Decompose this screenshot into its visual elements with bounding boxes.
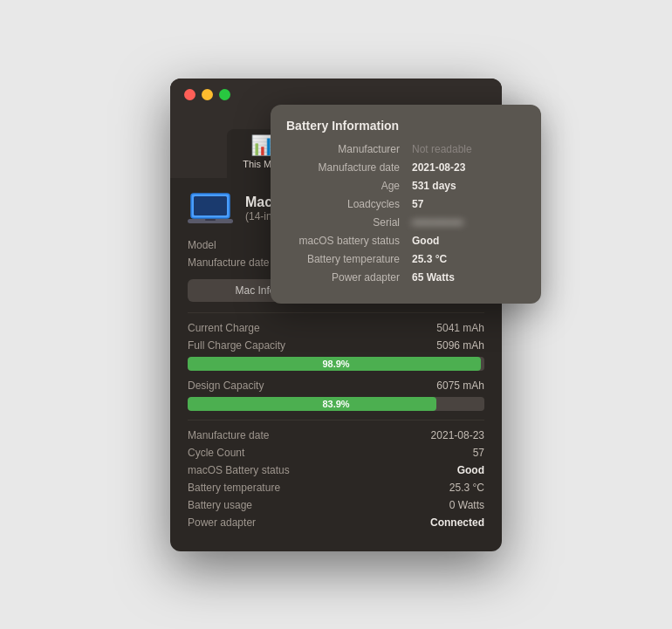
popup-age-value: 531 days [412, 180, 525, 192]
popup-serial-row: Serial •••••••••••••• [286, 216, 525, 229]
popup-mfr-date-value: 2021-08-23 [412, 161, 525, 174]
current-charge-value: 5041 mAh [436, 322, 484, 334]
battery-popup: Battery Information Manufacturer Not rea… [271, 105, 541, 304]
popup-macos-status-label: macOS battery status [286, 235, 412, 247]
close-button[interactable] [184, 89, 195, 100]
divider-2 [188, 420, 484, 420]
popup-manufacturer-label: Manufacturer [286, 143, 412, 155]
full-charge-label: Full Charge Capacity [188, 339, 285, 352]
popup-mfr-date-row: Manufacture date 2021-08-23 [286, 161, 525, 174]
laptop-icon [188, 192, 233, 225]
power-adapter-label: Power adapter [188, 516, 256, 529]
popup-mfr-date-label: Manufacture date [286, 161, 412, 174]
minimize-button[interactable] [202, 89, 213, 100]
popup-battery-temp-label: Battery temperature [286, 253, 412, 265]
popup-power-adapter-value: 65 Watts [412, 271, 525, 284]
svg-rect-1 [194, 196, 227, 215]
popup-age-row: Age 531 days [286, 180, 525, 192]
design-progress-label: 83.9% [322, 399, 349, 409]
popup-loadcycles-row: Loadcycles 57 [286, 198, 525, 210]
battery-usage-value: 0 Watts [449, 499, 484, 511]
power-adapter-value: Connected [430, 516, 484, 529]
popup-power-adapter-label: Power adapter [286, 271, 412, 284]
battery-status-label: macOS Battery status [188, 464, 290, 476]
popup-battery-temp-row: Battery temperature 25.3 °C [286, 253, 525, 265]
battery-status-row: macOS Battery status Good [188, 464, 484, 476]
popup-manufacturer-row: Manufacturer Not readable [286, 143, 525, 155]
battery-temp-value: 25.3 °C [449, 482, 484, 494]
popup-serial-label: Serial [286, 216, 412, 229]
cycle-count-value: 57 [473, 447, 484, 459]
battery-temp-row: Battery temperature 25.3 °C [188, 482, 484, 494]
battery-usage-row: Battery usage 0 Watts [188, 499, 484, 511]
popup-serial-value: •••••••••••••• [412, 216, 525, 229]
design-capacity-value: 6075 mAh [436, 379, 484, 392]
full-charge-value: 5096 mAh [436, 339, 484, 352]
charge-progress-bar: 98.9% [188, 357, 484, 371]
maximize-button[interactable] [219, 89, 230, 100]
popup-manufacturer-value: Not readable [412, 143, 525, 155]
current-charge-label: Current Charge [188, 322, 260, 334]
mfr-date-label: Manufacture date [188, 429, 269, 441]
mfr-date-row: Manufacture date 2021-08-23 [188, 429, 484, 441]
design-progress-bar: 83.9% [188, 397, 484, 411]
popup-loadcycles-value: 57 [412, 198, 525, 210]
traffic-lights [184, 89, 488, 100]
design-capacity-label: Design Capacity [188, 379, 264, 392]
mfr-date-value: 2021-08-23 [431, 429, 484, 441]
design-progress-fill [188, 397, 436, 411]
popup-macos-status-row: macOS battery status Good [286, 235, 525, 247]
power-adapter-row: Power adapter Connected [188, 516, 484, 529]
divider-1 [188, 312, 484, 313]
popup-loadcycles-label: Loadcycles [286, 198, 412, 210]
battery-usage-label: Battery usage [188, 499, 252, 511]
battery-temp-label: Battery temperature [188, 482, 280, 494]
popup-power-adapter-row: Power adapter 65 Watts [286, 271, 525, 284]
charge-progress-label: 98.9% [322, 359, 349, 369]
manufacture-date-label: Manufacture date [188, 256, 269, 269]
design-capacity-row: Design Capacity 6075 mAh [188, 379, 484, 392]
svg-rect-3 [205, 219, 216, 221]
popup-age-label: Age [286, 180, 412, 192]
popup-battery-temp-value: 25.3 °C [412, 253, 525, 265]
cycle-count-label: Cycle Count [188, 447, 244, 459]
popup-macos-status-value: Good [412, 235, 525, 247]
cycle-count-row: Cycle Count 57 [188, 447, 484, 459]
full-charge-row: Full Charge Capacity 5096 mAh [188, 339, 484, 352]
current-charge-row: Current Charge 5041 mAh [188, 322, 484, 334]
popup-title: Battery Information [286, 119, 525, 133]
model-label: Model [188, 239, 216, 251]
battery-status-value: Good [457, 464, 484, 476]
